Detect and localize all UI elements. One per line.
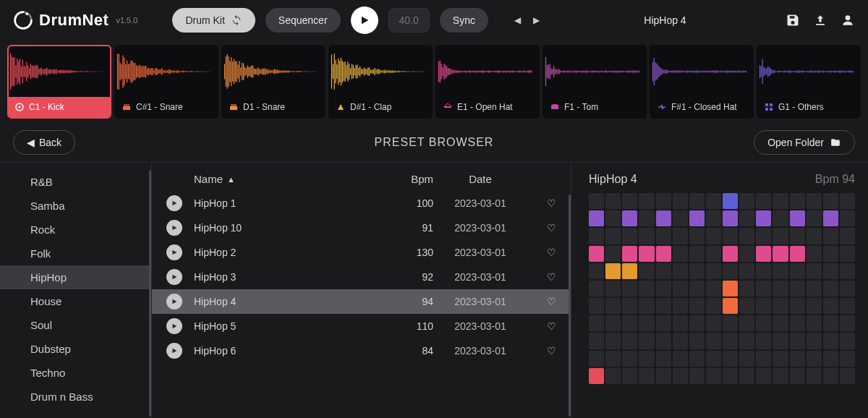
grid-cell[interactable]	[739, 228, 754, 244]
pad-0[interactable]: C1 - Kick	[7, 45, 111, 119]
grid-cell[interactable]	[706, 315, 721, 331]
grid-cell[interactable]	[739, 315, 754, 331]
grid-cell[interactable]	[807, 333, 822, 349]
grid-cell[interactable]	[773, 298, 788, 314]
preset-row[interactable]: HipHop 10 91 2023-03-01 ♡	[152, 216, 571, 240]
grid-cell[interactable]	[639, 333, 654, 349]
grid-cell[interactable]	[689, 298, 705, 314]
preset-play-button[interactable]	[166, 343, 182, 359]
grid-cell[interactable]	[723, 210, 738, 226]
back-button[interactable]: ◀ Back	[13, 130, 75, 155]
grid-cell[interactable]	[605, 246, 621, 262]
grid-cell[interactable]	[689, 228, 705, 244]
grid-cell[interactable]	[773, 368, 788, 384]
open-folder-button[interactable]: Open Folder	[754, 130, 855, 155]
preset-play-button[interactable]	[166, 195, 182, 211]
genre-item[interactable]: Rock	[0, 218, 151, 242]
favorite-button[interactable]: ♡	[527, 247, 556, 258]
grid-cell[interactable]	[790, 351, 805, 367]
grid-cell[interactable]	[605, 315, 621, 331]
column-date[interactable]: Date	[433, 173, 527, 185]
grid-cell[interactable]	[706, 368, 721, 384]
grid-cell[interactable]	[589, 351, 604, 367]
grid-cell[interactable]	[622, 368, 637, 384]
grid-cell[interactable]	[639, 281, 654, 297]
grid-cell[interactable]	[790, 193, 805, 209]
pad-4[interactable]: E1 - Open Hat	[435, 45, 540, 119]
grid-cell[interactable]	[790, 263, 805, 279]
grid-cell[interactable]	[823, 263, 838, 279]
grid-cell[interactable]	[673, 263, 688, 279]
grid-cell[interactable]	[673, 210, 688, 226]
genre-scrollbar[interactable]	[149, 170, 151, 417]
pad-2[interactable]: D1 - Snare	[221, 45, 326, 119]
grid-cell[interactable]	[823, 298, 838, 314]
grid-cell[interactable]	[807, 193, 822, 209]
favorite-button[interactable]: ♡	[527, 271, 556, 283]
grid-cell[interactable]	[639, 210, 654, 226]
genre-item[interactable]: Dubstep	[0, 337, 151, 361]
preset-play-button[interactable]	[166, 244, 182, 260]
grid-cell[interactable]	[589, 315, 604, 331]
grid-cell[interactable]	[773, 281, 788, 297]
grid-cell[interactable]	[840, 351, 855, 367]
grid-cell[interactable]	[589, 263, 604, 279]
pad-6[interactable]: F#1 - Closed Hat	[650, 45, 754, 119]
grid-cell[interactable]	[656, 351, 671, 367]
grid-cell[interactable]	[840, 246, 855, 262]
grid-cell[interactable]	[756, 246, 771, 262]
grid-cell[interactable]	[656, 281, 671, 297]
grid-cell[interactable]	[589, 333, 604, 349]
grid-cell[interactable]	[639, 298, 654, 314]
grid-cell[interactable]	[622, 333, 637, 349]
grid-cell[interactable]	[739, 210, 754, 226]
grid-cell[interactable]	[622, 281, 637, 297]
preset-row[interactable]: HipHop 1 100 2023-03-01 ♡	[152, 191, 571, 216]
grid-cell[interactable]	[723, 333, 738, 349]
grid-cell[interactable]	[807, 210, 822, 226]
pad-5[interactable]: F1 - Tom	[542, 45, 647, 119]
grid-cell[interactable]	[689, 315, 705, 331]
grid-cell[interactable]	[656, 228, 671, 244]
grid-cell[interactable]	[589, 193, 604, 209]
grid-cell[interactable]	[689, 263, 705, 279]
grid-cell[interactable]	[823, 246, 838, 262]
grid-cell[interactable]	[773, 210, 788, 226]
grid-cell[interactable]	[673, 246, 688, 262]
upload-icon[interactable]	[813, 13, 827, 27]
grid-cell[interactable]	[773, 228, 788, 244]
grid-cell[interactable]	[605, 298, 621, 314]
favorite-button[interactable]: ♡	[527, 222, 556, 234]
tab-drumkit[interactable]: Drum Kit	[172, 8, 255, 33]
grid-cell[interactable]	[773, 246, 788, 262]
grid-cell[interactable]	[723, 193, 738, 209]
grid-cell[interactable]	[723, 368, 738, 384]
grid-cell[interactable]	[656, 246, 671, 262]
grid-cell[interactable]	[622, 228, 637, 244]
grid-cell[interactable]	[706, 228, 721, 244]
grid-cell[interactable]	[689, 246, 705, 262]
grid-cell[interactable]	[823, 228, 838, 244]
grid-cell[interactable]	[656, 263, 671, 279]
grid-cell[interactable]	[622, 263, 637, 279]
grid-cell[interactable]	[639, 315, 654, 331]
grid-cell[interactable]	[673, 228, 688, 244]
grid-cell[interactable]	[840, 333, 855, 349]
grid-cell[interactable]	[823, 281, 838, 297]
grid-cell[interactable]	[840, 210, 855, 226]
grid-cell[interactable]	[723, 315, 738, 331]
play-button[interactable]	[351, 7, 378, 34]
grid-cell[interactable]	[605, 368, 621, 384]
grid-cell[interactable]	[756, 281, 771, 297]
grid-cell[interactable]	[689, 368, 705, 384]
grid-cell[interactable]	[790, 281, 805, 297]
preset-row[interactable]: HipHop 6 84 2023-03-01 ♡	[152, 338, 571, 363]
prev-preset-button[interactable]: ◀	[510, 12, 526, 28]
grid-cell[interactable]	[756, 228, 771, 244]
genre-item[interactable]: Techno	[0, 361, 151, 385]
preset-row[interactable]: HipHop 2 130 2023-03-01 ♡	[152, 240, 571, 265]
preset-play-button[interactable]	[166, 294, 182, 310]
grid-cell[interactable]	[773, 315, 788, 331]
grid-cell[interactable]	[673, 193, 688, 209]
grid-cell[interactable]	[756, 315, 771, 331]
